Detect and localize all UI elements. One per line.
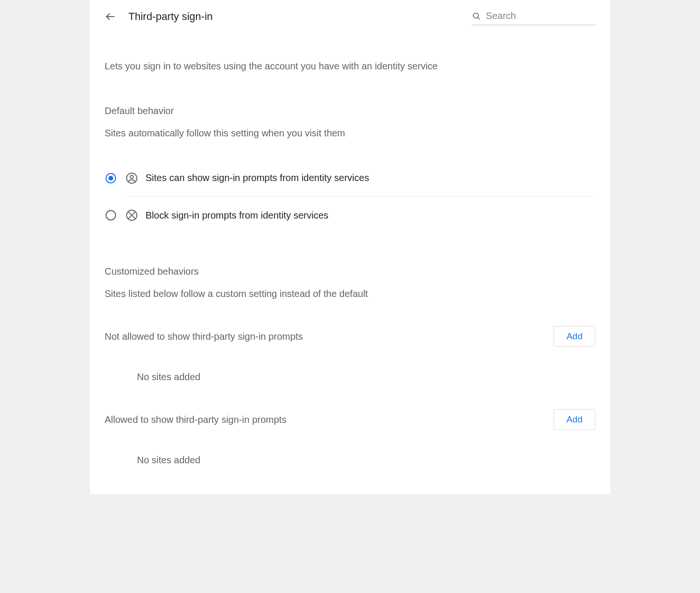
page-header: Third-party sign-in — [89, 0, 611, 27]
radio-option-label: Block sign-in prompts from identity serv… — [146, 210, 329, 221]
custom-behaviors-title: Customized behaviors — [105, 266, 595, 277]
back-button[interactable] — [105, 11, 116, 22]
custom-behaviors-subtitle: Sites listed below follow a custom setti… — [105, 288, 595, 299]
not-allowed-label: Not allowed to show third-party sign-in … — [105, 331, 303, 342]
content: Lets you sign in to websites using the a… — [89, 59, 611, 466]
radio-option-allow[interactable]: Sites can show sign-in prompts from iden… — [105, 160, 595, 197]
radio-selected-icon — [106, 173, 116, 183]
default-radio-list: Sites can show sign-in prompts from iden… — [105, 160, 595, 234]
default-behavior-title: Default behavior — [105, 105, 595, 116]
svg-point-3 — [130, 175, 134, 179]
page-title: Third-party sign-in — [128, 10, 213, 23]
add-not-allowed-button[interactable]: Add — [554, 326, 595, 347]
search-input[interactable] — [485, 10, 595, 22]
svg-line-1 — [477, 17, 479, 19]
settings-card: Third-party sign-in Lets you sign in to … — [89, 0, 611, 494]
radio-unselected-icon — [106, 210, 116, 220]
not-allowed-row: Not allowed to show third-party sign-in … — [105, 326, 595, 347]
arrow-left-icon — [105, 11, 116, 22]
radio-option-block[interactable]: Block sign-in prompts from identity serv… — [105, 197, 595, 234]
header-left: Third-party sign-in — [105, 10, 213, 23]
page-description: Lets you sign in to websites using the a… — [105, 59, 595, 73]
add-allowed-button[interactable]: Add — [554, 409, 595, 430]
allowed-label: Allowed to show third-party sign-in prom… — [105, 414, 286, 425]
search-icon — [472, 11, 481, 21]
not-allowed-empty: No sites added — [137, 372, 595, 383]
allowed-row: Allowed to show third-party sign-in prom… — [105, 409, 595, 430]
default-behavior-subtitle: Sites automatically follow this setting … — [105, 128, 595, 139]
radio-option-label: Sites can show sign-in prompts from iden… — [146, 172, 369, 183]
allowed-empty: No sites added — [137, 455, 595, 466]
block-icon — [126, 209, 138, 221]
person-circle-icon — [126, 172, 138, 184]
search-field[interactable] — [472, 8, 595, 25]
